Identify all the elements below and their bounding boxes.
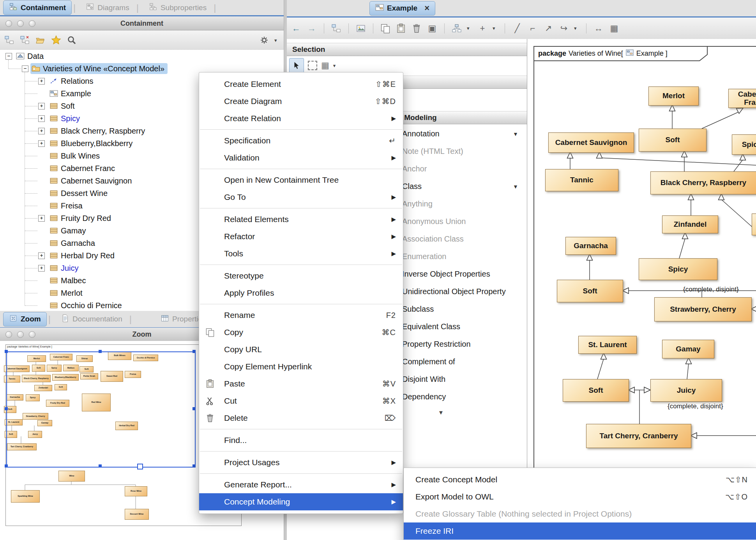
caret-icon[interactable]: ▾ [493,25,498,31]
paste-icon[interactable] [396,23,406,34]
tree-item[interactable]: Gamay [48,225,89,236]
class-node-st-laurent[interactable]: St. Laurent [578,336,637,354]
menu-item-copy-element-hyperlink[interactable]: Copy Element Hyperlink [199,358,403,375]
open-tree-icon[interactable] [4,35,15,46]
class-node-tart-cherry-cranberry[interactable]: Tart Cherry, Cranberry [586,424,691,448]
menu-item-stereotype[interactable]: Stereotype [199,267,403,284]
menu-item-concept-modeling[interactable]: Concept Modeling▶ [199,493,403,510]
close-tab-icon[interactable]: × [424,3,429,13]
dropdown-caret-icon[interactable]: ▼ [513,184,518,190]
submenu-item-freeze-iri[interactable]: Freeze IRI [404,522,756,540]
tree-item[interactable]: Example [48,88,94,99]
selection-handle[interactable] [5,407,8,410]
tab-example-diagram[interactable]: Example × [369,1,435,16]
menu-item-delete[interactable]: Delete⌦ [199,409,403,427]
class-node-juicy[interactable]: Juicy [650,379,722,402]
tab-diagrams[interactable]: Diagrams [80,1,134,14]
containment-tree-icon[interactable] [331,23,342,34]
tree-item[interactable]: Black Cherry, Raspberry [48,125,148,136]
tree-item[interactable]: Cabernet Sauvignon [48,175,135,186]
selection-handle[interactable] [5,350,8,353]
settings-gear-icon[interactable] [259,35,270,46]
selection-handle[interactable] [137,464,143,469]
menu-item-rename[interactable]: RenameF2 [199,307,403,324]
class-node-clipped[interactable] [752,214,756,235]
tree-item[interactable]: Herbal Dry Red [48,250,118,261]
tree-expander[interactable]: + [38,140,45,147]
tree-item[interactable]: Soft [48,101,78,111]
menu-item-create-relation[interactable]: Create Relation▶ [199,110,403,127]
class-node-spicy[interactable]: Spicy [732,134,756,155]
grid-select-tool-icon[interactable]: ▦ [321,60,329,71]
selection-handle[interactable] [99,350,102,353]
menu-item-find-[interactable]: Find... [199,432,403,449]
tree-item[interactable]: Data [15,51,47,62]
class-node-garnacha[interactable]: Garnacha [565,237,616,255]
tree-item[interactable]: Merlot [48,288,86,298]
tools-caret-icon[interactable]: ▾ [333,63,339,69]
window-controls[interactable] [5,331,35,338]
grid-icon[interactable]: ▦ [609,23,620,34]
close-window-icon[interactable] [5,20,12,27]
favorites-star-icon[interactable] [51,35,62,46]
menu-item-validation[interactable]: Validation▶ [199,149,403,166]
dropdown-caret-icon[interactable]: ▼ [513,131,518,137]
selection-handle[interactable] [99,464,102,468]
tab-documentation[interactable]: Documentation [55,312,128,326]
tree-item[interactable]: Blueberry,Blackberry [48,138,136,149]
caret-icon[interactable]: ▾ [574,25,579,31]
tree-expander[interactable]: − [22,65,28,72]
back-icon[interactable]: ← [291,23,302,34]
class-node-merlot[interactable]: Merlot [648,86,699,106]
menu-item-project-usages[interactable]: Project Usages▶ [199,454,403,471]
selection-section-header[interactable]: Selection [287,43,527,56]
class-node-spicy[interactable]: Spicy [639,258,717,280]
sync-tree-icon[interactable] [19,35,30,46]
close-window-icon[interactable] [5,331,12,338]
menu-item-create-diagram[interactable]: Create Diagram⇧⌘D [199,93,403,110]
tree-item[interactable]: Fruity Dry Red [48,213,114,224]
menu-item-generate-report-[interactable]: Generate Report...▶ [199,476,403,493]
tree-item[interactable]: Malbec [48,275,89,286]
tree-selected-item[interactable]: Varieties of Wine «Concept Model» [30,63,168,74]
class-node-cabernet-franc[interactable]: Cabernet Franc [728,89,756,108]
tree-expander[interactable]: − [5,53,12,60]
maximize-window-icon[interactable] [29,331,35,338]
minimap-selection-rect[interactable] [6,351,196,468]
scroll-more-icon[interactable]: ▼ [438,409,444,416]
add-element-icon[interactable]: + [477,23,488,34]
search-icon[interactable] [66,35,77,46]
menu-item-apply-profiles[interactable]: Apply Profiles [199,284,403,302]
tab-subproperties[interactable]: Subproperties [143,1,212,14]
tree-item[interactable]: Occhio di Pernice [48,300,125,311]
window-controls[interactable] [5,20,35,27]
save-image-icon[interactable] [355,23,366,34]
tree-expander[interactable]: + [38,128,45,134]
menu-item-copy[interactable]: Copy⌘C [199,324,403,341]
menu-item-specification[interactable]: Specification↵ [199,132,403,149]
class-node-soft[interactable]: Soft [639,129,707,152]
forward-icon[interactable]: → [306,23,317,34]
tree-item[interactable]: Freisa [48,200,86,211]
marquee-tool-icon[interactable] [308,61,317,70]
tab-containment[interactable]: Containment [3,0,72,15]
submenu-item-create-glossary-table-nothing-selected-i[interactable]: Create Glossary Table (Nothing selected … [404,505,756,522]
class-node-black-cherry-raspberry[interactable]: Black Cherry, Raspberry [650,171,756,194]
maximize-window-icon[interactable] [29,20,35,27]
diagram-canvas[interactable]: package Varieties of Wine[ Example ] Mer… [527,39,756,540]
tree-expander[interactable]: + [38,78,45,85]
tree-expander[interactable]: + [38,103,45,109]
minimize-window-icon[interactable] [17,331,24,338]
class-node-strawberry-cherry[interactable]: Strawberry, Cherry [654,297,752,321]
tree-row[interactable]: −Data [0,50,284,62]
class-node-soft[interactable]: Soft [563,379,629,402]
menu-item-refactor[interactable]: Refactor▶ [199,228,403,245]
class-node-cabernet-sauvignon[interactable]: Cabernet Sauvignon [548,132,634,153]
tree-item[interactable]: Spicy [48,113,83,124]
layout-icon[interactable] [451,23,462,34]
menu-item-copy-url[interactable]: Copy URL [199,341,403,358]
menu-item-related-elements[interactable]: Related Elements▶ [199,211,403,228]
menu-item-paste[interactable]: Paste⌘V [199,375,403,392]
settings-caret-icon[interactable]: ▾ [274,37,280,43]
caret-icon[interactable]: ▾ [467,25,472,31]
